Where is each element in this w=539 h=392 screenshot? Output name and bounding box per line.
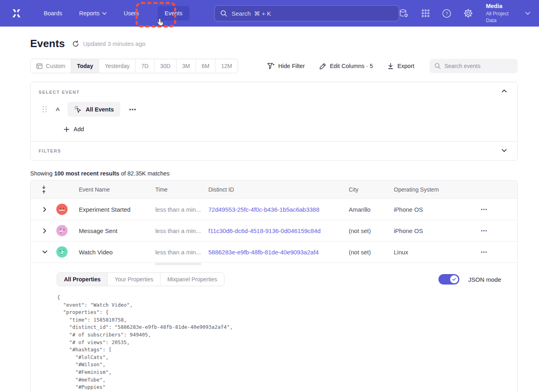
date-range-7d[interactable]: 7D: [136, 59, 154, 73]
cell-time: less than a min...: [155, 206, 208, 213]
json-mode-label: JSON mode: [468, 276, 501, 283]
col-header-event-name[interactable]: Event Name: [79, 186, 155, 193]
tab-mixpanel-properties[interactable]: Mixpanel Properties: [160, 273, 224, 286]
cell-city: (not set): [349, 249, 394, 256]
global-search[interactable]: [214, 5, 399, 21]
col-header-city[interactable]: City: [349, 186, 394, 193]
date-range-today[interactable]: Today: [71, 59, 99, 73]
date-range-custom[interactable]: Custom: [31, 59, 71, 73]
edit-columns-button[interactable]: Edit Columns · 5: [319, 63, 373, 70]
event-avatar: [56, 246, 68, 258]
filter-funnel-icon: [267, 63, 275, 70]
date-range-yesterday[interactable]: Yesterday: [99, 59, 136, 73]
date-range-30d[interactable]: 30D: [154, 59, 177, 73]
download-icon: [387, 63, 394, 70]
filters-label: FILTERS: [39, 149, 61, 153]
page-title: Events: [30, 37, 65, 50]
date-range-3m[interactable]: 3M: [177, 59, 196, 73]
cell-distinct-id[interactable]: 5886283e-e9fb-48fb-81de-40e9093a2af4: [208, 249, 349, 256]
event-row-letter: A: [56, 106, 60, 112]
magic-cursor-icon: [74, 105, 82, 113]
cell-os: iPhone OS: [394, 227, 456, 234]
event-detail-panel: All Properties Your Properties Mixpanel …: [31, 263, 517, 392]
row-expand-chevron-right-icon[interactable]: [41, 204, 49, 215]
search-events-input[interactable]: [444, 63, 513, 69]
project-name: Media: [486, 2, 520, 10]
nav-item-reports[interactable]: Reports: [79, 10, 107, 17]
updated-timestamp: Updated 3 minutes ago: [83, 40, 145, 47]
settings-gear-icon[interactable]: [463, 8, 473, 18]
event-json-viewer[interactable]: { "event": "Watch Video", "properties": …: [57, 294, 509, 392]
date-range-selector: Custom Today Yesterday 7D 30D 3M 6M 12M: [30, 59, 238, 73]
event-row-more-button[interactable]: •••: [129, 106, 136, 112]
cell-time: less than a min...: [155, 249, 208, 256]
apps-grid-icon[interactable]: [421, 9, 430, 18]
mixpanel-logo[interactable]: X: [9, 6, 24, 20]
cell-city: (not set): [349, 227, 394, 234]
cell-os: iPhone OS: [394, 206, 456, 213]
event-selector-all-events[interactable]: All Events: [68, 102, 120, 117]
cell-event-name: Experiment Started: [79, 206, 155, 213]
row-more-button[interactable]: •••: [481, 229, 488, 233]
svg-text:?: ?: [445, 11, 448, 16]
col-header-distinct-id[interactable]: Distinct ID: [208, 186, 349, 193]
cell-distinct-id[interactable]: f11c30d6-dc6d-4518-9136-0d046159c84d: [208, 227, 349, 234]
global-search-input[interactable]: [232, 10, 393, 17]
search-events-box[interactable]: [430, 59, 518, 73]
row-expand-chevron-right-icon[interactable]: [41, 226, 49, 236]
events-table: Event Name Time Distinct ID City Operati…: [30, 180, 518, 392]
filters-section-toggle[interactable]: FILTERS: [31, 141, 517, 160]
help-icon[interactable]: ?: [442, 9, 451, 18]
col-header-time[interactable]: Time: [155, 186, 208, 193]
query-builder-card: SELECT EVENT A All Events •••: [30, 82, 518, 161]
json-mode-toggle[interactable]: [438, 274, 459, 285]
export-button[interactable]: Export: [387, 63, 414, 70]
chevron-down-icon: [102, 12, 107, 15]
top-nav: X Boards Reports Users Events: [0, 0, 539, 27]
pencil-icon: [319, 63, 326, 70]
cell-event-name: Message Sent: [79, 227, 155, 234]
time-cell-underline: [155, 263, 201, 265]
chevron-down-icon: [525, 12, 530, 15]
cell-os: Linux: [394, 249, 456, 256]
table-row: Message Sent less than a min... f11c30d6…: [31, 220, 517, 241]
search-icon: [220, 10, 227, 17]
nav-item-users[interactable]: Users: [123, 10, 139, 17]
event-avatar: [56, 225, 68, 236]
add-event-button[interactable]: Add: [64, 126, 509, 132]
tab-all-properties[interactable]: All Properties: [57, 273, 108, 286]
refresh-icon[interactable]: [72, 40, 79, 47]
project-subtitle: All Project Data: [486, 10, 520, 24]
project-switcher[interactable]: Media All Project Data: [486, 2, 530, 24]
data-management-icon[interactable]: [399, 8, 409, 18]
toggle-check-icon: [450, 275, 458, 283]
select-event-label: SELECT EVENT: [39, 90, 509, 95]
event-avatar: [56, 204, 68, 215]
cell-time: less than a min...: [155, 227, 208, 234]
table-row: Experiment Started less than a min... 72…: [31, 199, 517, 220]
drag-handle[interactable]: [43, 106, 47, 112]
tab-your-properties[interactable]: Your Properties: [108, 273, 160, 286]
date-range-12m[interactable]: 12M: [216, 59, 238, 73]
collapse-section-chevron-up-icon[interactable]: [499, 87, 509, 95]
hide-filter-button[interactable]: Hide Filter: [267, 63, 305, 70]
nav-item-events[interactable]: Events: [158, 6, 189, 21]
row-more-button[interactable]: •••: [481, 250, 488, 254]
col-header-os[interactable]: Operating System: [394, 186, 456, 193]
row-collapse-chevron-down-icon[interactable]: [40, 248, 50, 256]
row-more-button[interactable]: •••: [481, 207, 488, 212]
table-row-expanded: Watch Video less than a min... 5886283e-…: [31, 241, 517, 263]
nav-item-boards[interactable]: Boards: [44, 10, 62, 17]
calendar-icon: [36, 63, 43, 69]
table-header-row: Event Name Time Distinct ID City Operati…: [31, 181, 517, 199]
cell-city: Amarillo: [349, 206, 394, 213]
results-summary: Showing 100 most recent results of 82.35…: [30, 170, 518, 177]
cell-event-name: Watch Video: [79, 249, 155, 256]
date-range-6m[interactable]: 6M: [196, 59, 215, 73]
properties-tabs: All Properties Your Properties Mixpanel …: [57, 272, 224, 286]
expand-section-chevron-down-icon[interactable]: [499, 146, 509, 155]
sort-icon[interactable]: [42, 185, 47, 194]
cell-distinct-id[interactable]: 72d49553-25fc-4f0c-b436-1b5ac6ab3388: [208, 206, 349, 213]
plus-icon: [64, 126, 70, 132]
search-icon: [434, 63, 441, 69]
